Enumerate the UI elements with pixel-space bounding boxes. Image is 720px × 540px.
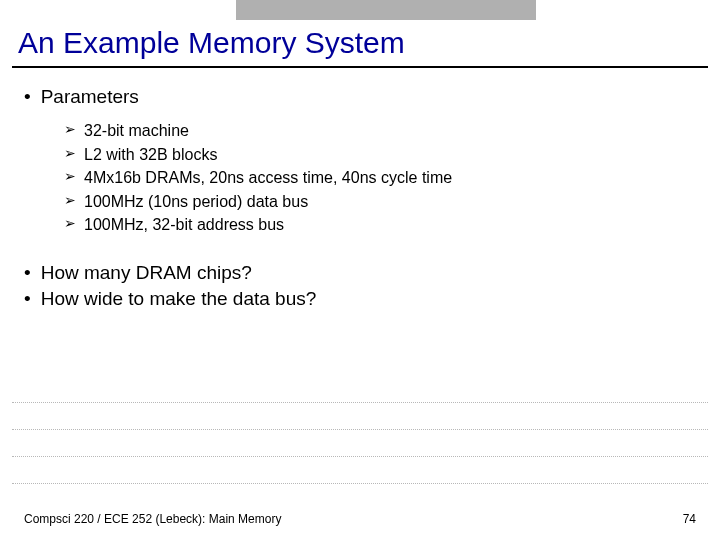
bullet-parameters: • Parameters xyxy=(24,86,694,108)
arrow-icon: ➢ xyxy=(64,191,76,210)
top-decorative-bar xyxy=(236,0,536,20)
question-text: How many DRAM chips? xyxy=(41,262,252,284)
slide-footer: Compsci 220 / ECE 252 (Lebeck): Main Mem… xyxy=(24,512,696,526)
bullet-parameters-label: Parameters xyxy=(41,86,139,108)
param-text: 100MHz, 32-bit address bus xyxy=(84,214,284,236)
param-text: 4Mx16b DRAMs, 20ns access time, 40ns cyc… xyxy=(84,167,452,189)
arrow-icon: ➢ xyxy=(64,167,76,186)
arrow-icon: ➢ xyxy=(64,214,76,233)
bullet-question: • How wide to make the data bus? xyxy=(24,288,694,310)
slide-title: An Example Memory System xyxy=(18,26,405,60)
bullet-dot-icon: • xyxy=(24,86,31,108)
list-item: ➢ 32-bit machine xyxy=(64,120,694,142)
questions-block: • How many DRAM chips? • How wide to mak… xyxy=(24,262,694,310)
param-text: 100MHz (10ns period) data bus xyxy=(84,191,308,213)
dotted-line xyxy=(12,456,708,457)
list-item: ➢ 100MHz, 32-bit address bus xyxy=(64,214,694,236)
arrow-icon: ➢ xyxy=(64,120,76,139)
title-underline xyxy=(12,66,708,68)
list-item: ➢ 4Mx16b DRAMs, 20ns access time, 40ns c… xyxy=(64,167,694,189)
dotted-line xyxy=(12,483,708,484)
question-text: How wide to make the data bus? xyxy=(41,288,317,310)
bullet-dot-icon: • xyxy=(24,288,31,310)
bullet-dot-icon: • xyxy=(24,262,31,284)
dotted-guides xyxy=(12,402,708,510)
list-item: ➢ L2 with 32B blocks xyxy=(64,144,694,166)
parameters-list: ➢ 32-bit machine ➢ L2 with 32B blocks ➢ … xyxy=(64,120,694,236)
dotted-line xyxy=(12,429,708,430)
bullet-question: • How many DRAM chips? xyxy=(24,262,694,284)
arrow-icon: ➢ xyxy=(64,144,76,163)
list-item: ➢ 100MHz (10ns period) data bus xyxy=(64,191,694,213)
footer-left: Compsci 220 / ECE 252 (Lebeck): Main Mem… xyxy=(24,512,281,526)
page-number: 74 xyxy=(683,512,696,526)
slide-content: • Parameters ➢ 32-bit machine ➢ L2 with … xyxy=(24,86,694,314)
dotted-line xyxy=(12,402,708,403)
param-text: L2 with 32B blocks xyxy=(84,144,217,166)
param-text: 32-bit machine xyxy=(84,120,189,142)
